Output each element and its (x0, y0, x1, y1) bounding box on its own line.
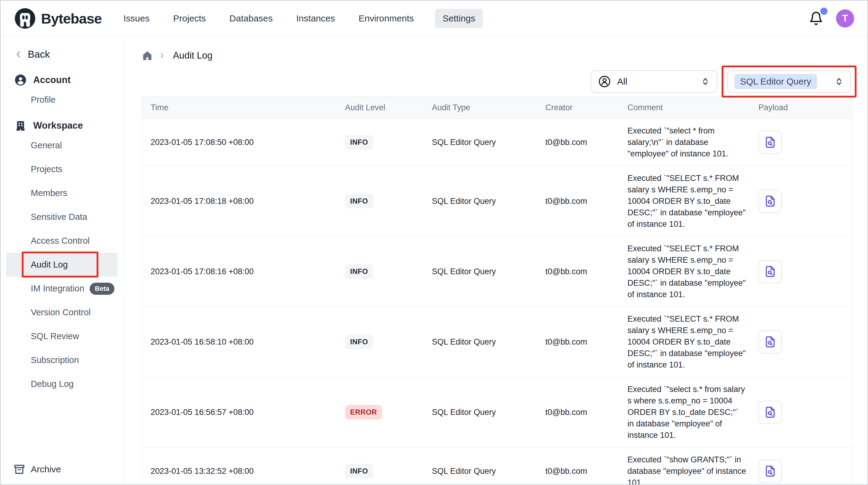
back-button[interactable]: Back (13, 49, 125, 60)
view-payload-button[interactable] (758, 460, 782, 483)
sidebar-item-im-integration[interactable]: IM Integration Beta (1, 277, 125, 301)
sidebar-item-label: Audit Log (31, 260, 68, 270)
audit-level-badge: INFO (345, 194, 373, 208)
cell-time: 2023-01-05 16:56:57 +08:00 (142, 408, 337, 417)
nav-item-instances[interactable]: Instances (294, 9, 337, 28)
sidebar-item-label: Sensitive Data (31, 212, 87, 222)
sidebar-item-label: General (31, 140, 62, 150)
cell-audit-type: SQL Editor Query (424, 197, 537, 206)
view-payload-button[interactable] (758, 190, 782, 213)
table-row: 2023-01-05 17:08:18 +08:00 INFO SQL Edit… (142, 166, 852, 236)
sidebar-item-label: Profile (31, 95, 56, 105)
top-nav: Bytebase Issues Projects Databases Insta… (1, 1, 867, 36)
account-icon (14, 74, 27, 86)
audit-level-badge: INFO (345, 264, 373, 279)
sidebar-item-label: Debug Log (31, 379, 74, 389)
col-header-audit-level: Audit Level (337, 103, 424, 112)
cell-comment: Executed `"select * from salary;\n"` in … (619, 119, 750, 166)
avatar[interactable]: T (836, 9, 854, 27)
sidebar-item-debug-log[interactable]: Debug Log (1, 372, 125, 396)
audit-type-filter-select[interactable]: SQL Editor Query (727, 70, 851, 93)
archive-button[interactable]: Archive (13, 463, 61, 475)
cell-comment: Executed `"show GRANTS;"` in database "e… (619, 448, 750, 485)
beta-badge: Beta (90, 283, 114, 295)
view-payload-button[interactable] (758, 331, 782, 354)
nav-item-databases[interactable]: Databases (227, 9, 275, 28)
chevron-right-icon (158, 51, 166, 60)
cell-comment: Executed `"SELECT s.* FROM salary s WHER… (619, 236, 750, 307)
sidebar-item-general[interactable]: General (1, 134, 125, 157)
cell-creator: t0@bb.com (537, 197, 619, 206)
section-account-title: Account (33, 75, 71, 85)
audit-level-badge: INFO (345, 135, 373, 149)
cell-time: 2023-01-05 13:32:52 +08:00 (142, 466, 337, 476)
filter-bar: All SQL Editor Query (142, 65, 852, 97)
view-payload-button[interactable] (758, 401, 782, 424)
nav-item-projects[interactable]: Projects (171, 9, 208, 28)
sidebar-item-access-control[interactable]: Access Control (1, 229, 125, 253)
sidebar-item-audit-log[interactable]: Audit Log (6, 253, 117, 277)
cell-comment: Executed `"select s.* from salary s wher… (619, 377, 750, 447)
cell-audit-type: SQL Editor Query (424, 466, 537, 476)
workspace-building-icon (14, 120, 27, 132)
sidebar-item-label: Subscription (31, 355, 79, 365)
sidebar-item-sql-review[interactable]: SQL Review (1, 324, 125, 348)
brand-name: Bytebase (41, 10, 102, 27)
col-header-time: Time (142, 103, 337, 112)
sidebar-item-label: IM Integration (31, 284, 84, 293)
table-header: Time Audit Level Audit Type Creator Comm… (142, 97, 852, 118)
table-row: 2023-01-05 17:08:16 +08:00 INFO SQL Edit… (142, 236, 852, 307)
table-row: 2023-01-05 16:58:10 +08:00 INFO SQL Edit… (142, 307, 852, 377)
user-circle-icon (598, 75, 611, 88)
notification-dot (820, 7, 828, 15)
archive-label: Archive (31, 464, 61, 475)
view-payload-button[interactable] (758, 260, 782, 283)
sidebar-item-version-control[interactable]: Version Control (1, 301, 125, 324)
chevron-up-down-icon (700, 76, 711, 87)
col-header-payload: Payload (750, 103, 852, 112)
section-account: Account (14, 74, 125, 86)
sidebar-item-subscription[interactable]: Subscription (1, 348, 125, 372)
brand-logo[interactable]: Bytebase (14, 7, 102, 30)
back-label: Back (28, 49, 50, 60)
nav-item-environments[interactable]: Environments (356, 9, 416, 28)
sidebar-item-sensitive-data[interactable]: Sensitive Data (1, 205, 125, 229)
cell-comment: Executed `"SELECT s.* FROM salary s WHER… (619, 166, 750, 236)
sidebar-item-label: SQL Review (31, 331, 79, 341)
table-row: 2023-01-05 13:32:52 +08:00 INFO SQL Edit… (142, 447, 852, 485)
col-header-comment: Comment (619, 103, 750, 112)
cell-time: 2023-01-05 17:08:50 +08:00 (142, 138, 337, 147)
col-header-audit-type: Audit Type (424, 103, 537, 112)
nav-item-issues[interactable]: Issues (121, 9, 152, 28)
cell-audit-type: SQL Editor Query (424, 408, 537, 417)
audit-type-filter-value: SQL Editor Query (734, 74, 817, 89)
sidebar-item-label: Projects (31, 164, 62, 174)
sidebar-item-label: Access Control (31, 236, 90, 246)
creator-filter-select[interactable]: All (591, 70, 717, 93)
audit-level-badge: INFO (345, 464, 373, 478)
section-workspace: Workspace (14, 120, 125, 132)
cell-creator: t0@bb.com (537, 267, 619, 276)
audit-level-badge: INFO (345, 335, 373, 349)
sidebar-item-profile[interactable]: Profile (1, 88, 125, 112)
page-title: Audit Log (173, 50, 213, 61)
cell-creator: t0@bb.com (537, 337, 619, 347)
cell-creator: t0@bb.com (537, 466, 619, 476)
audit-log-table: Time Audit Level Audit Type Creator Comm… (142, 96, 852, 485)
sidebar-item-members[interactable]: Members (1, 181, 125, 205)
cell-audit-type: SQL Editor Query (424, 337, 537, 347)
cell-audit-type: SQL Editor Query (424, 138, 537, 147)
section-workspace-title: Workspace (33, 120, 83, 131)
chevron-up-down-icon (834, 76, 844, 87)
view-payload-button[interactable] (758, 131, 782, 154)
cell-time: 2023-01-05 17:08:16 +08:00 (142, 267, 337, 276)
sidebar-item-projects[interactable]: Projects (1, 157, 125, 181)
cell-creator: t0@bb.com (537, 138, 619, 147)
nav-item-settings[interactable]: Settings (435, 9, 483, 28)
notification-bell-button[interactable] (809, 11, 823, 26)
chevron-left-icon (13, 49, 24, 59)
cell-time: 2023-01-05 16:58:10 +08:00 (142, 337, 337, 347)
sidebar-item-label: Members (31, 188, 67, 198)
main-nav: Issues Projects Databases Instances Envi… (121, 9, 483, 28)
home-icon[interactable] (142, 50, 153, 61)
